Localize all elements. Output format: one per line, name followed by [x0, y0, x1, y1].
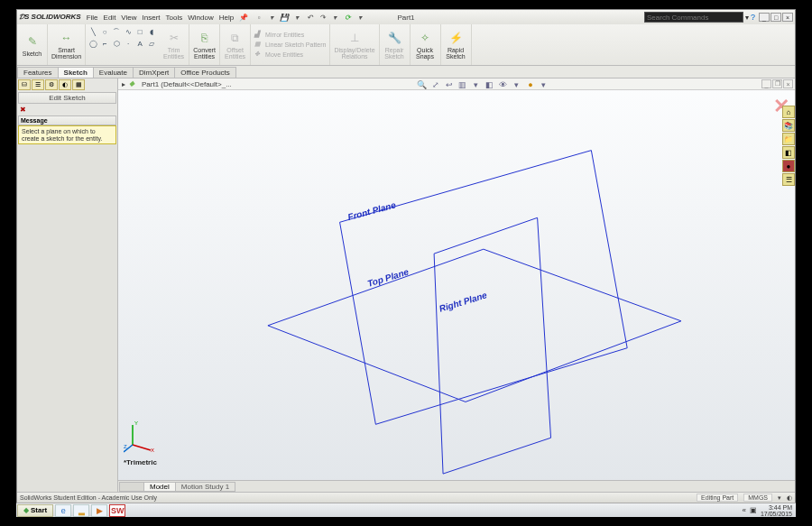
- tray-expand-icon[interactable]: «: [743, 506, 746, 514]
- sketch-button[interactable]: ✎ Sketch: [17, 24, 48, 65]
- command-tabs: Features Sketch Evaluate DimXpert Office…: [17, 66, 795, 78]
- mirror-button[interactable]: ▟Mirror Entities: [254, 31, 326, 40]
- taskbar-explorer-icon[interactable]: ▂: [73, 504, 89, 517]
- status-extra-icon[interactable]: ▾: [778, 494, 781, 502]
- menu-pin-icon[interactable]: 📌: [239, 14, 248, 22]
- minimize-button[interactable]: _: [759, 13, 770, 22]
- status-bar: SolidWorks Student Edition - Academic Us…: [17, 492, 795, 503]
- sketch-tools-grid: ╲ ○ ⌒ ∿ □ ◖ ◯ ⌐ ⬡ · A ▱: [86, 24, 159, 65]
- app-window: 𝓓S SOLIDWORKS File Edit View Insert Tool…: [16, 9, 796, 503]
- tray-icon[interactable]: ▣: [750, 506, 757, 514]
- start-button[interactable]: ◆ Start: [17, 504, 53, 517]
- line-tool-icon[interactable]: ╲: [88, 26, 98, 37]
- status-options-icon[interactable]: ◐: [787, 494, 792, 502]
- taskbar-solidworks-icon[interactable]: SW: [109, 504, 125, 517]
- system-tray: « ▣ 3:44 PM 17/05/2015: [743, 504, 797, 517]
- repair-icon: 🔧: [386, 30, 402, 46]
- quick-access-toolbar: ▫ ▾ 💾 ▾ ↶ ↷ ▾ ⟳ ▾: [254, 12, 365, 23]
- repair-label: Repair Sketch: [384, 47, 403, 60]
- panel-tab-tree-icon[interactable]: ⛁: [18, 79, 31, 90]
- tab-features[interactable]: Features: [17, 67, 59, 78]
- offset-icon: ⧉: [227, 30, 244, 46]
- menu-file[interactable]: File: [87, 14, 98, 22]
- main-area: ⛁ ☰ ⚙ ◐ ▦ Edit Sketch ✖ Message Select a…: [17, 78, 795, 492]
- smart-dim-label: Smart Dimension: [51, 47, 81, 60]
- feature-panel: ⛁ ☰ ⚙ ◐ ▦ Edit Sketch ✖ Message Select a…: [17, 78, 118, 492]
- status-text: SolidWorks Student Edition - Academic Us…: [20, 494, 157, 501]
- new-icon[interactable]: ▫: [254, 12, 264, 23]
- print-icon[interactable]: ▾: [291, 12, 302, 23]
- taskbar-ie-icon[interactable]: e: [55, 504, 71, 517]
- ribbon: ✎ Sketch ↔ Smart Dimension ╲ ○ ⌒ ∿ □ ◖ ◯…: [17, 24, 795, 66]
- offset-button[interactable]: ⧉ Offset Entities: [220, 24, 251, 65]
- convert-button[interactable]: ⎘ Convert Entities: [189, 24, 220, 65]
- arc-tool-icon[interactable]: ⌒: [111, 26, 122, 37]
- snaps-label: Quick Snaps: [416, 47, 434, 60]
- options-icon[interactable]: ▾: [355, 12, 365, 23]
- panel-tab-study-icon[interactable]: ▦: [72, 79, 85, 90]
- redo-icon[interactable]: ↷: [317, 12, 328, 23]
- tab-evaluate[interactable]: Evaluate: [93, 67, 134, 78]
- menu-edit[interactable]: Edit: [104, 14, 116, 22]
- ellipse-tool-icon[interactable]: ◯: [88, 38, 98, 49]
- panel-tabs: ⛁ ☰ ⚙ ◐ ▦: [17, 78, 117, 91]
- trim-label: Trim Entities: [163, 47, 184, 60]
- spline-tool-icon[interactable]: ∿: [123, 26, 134, 37]
- relations-button[interactable]: ⊥ Display/Delete Relations: [330, 24, 379, 65]
- panel-tab-display-icon[interactable]: ◐: [59, 79, 71, 90]
- offset-label: Offset Entities: [225, 47, 245, 60]
- quicksnaps-button[interactable]: ✧ Quick Snaps: [411, 24, 441, 65]
- orientation-triad[interactable]: Y X Z: [124, 418, 160, 454]
- menu-insert[interactable]: Insert: [143, 14, 161, 22]
- timeline-seg[interactable]: [119, 482, 144, 492]
- close-button[interactable]: ×: [782, 13, 793, 22]
- slot-tool-icon[interactable]: ◖: [146, 26, 157, 37]
- front-plane-outline[interactable]: [340, 151, 628, 425]
- panel-tab-prop-icon[interactable]: ☰: [32, 79, 44, 90]
- search-dropdown-icon[interactable]: ▾: [745, 14, 749, 22]
- smart-dimension-button[interactable]: ↔ Smart Dimension: [48, 24, 86, 65]
- svg-text:X: X: [151, 448, 154, 453]
- viewport[interactable]: ▸ ◆ Part1 (Default<<Default>_... 🔍 ⤢ ↩ ▥…: [118, 78, 795, 492]
- open-icon[interactable]: ▾: [266, 12, 277, 23]
- save-icon[interactable]: 💾: [279, 12, 290, 23]
- tab-model[interactable]: Model: [143, 482, 176, 492]
- repair-button[interactable]: 🔧 Repair Sketch: [380, 24, 411, 65]
- text-tool-icon[interactable]: A: [134, 38, 145, 49]
- top-plane-outline[interactable]: [268, 249, 681, 401]
- tab-dimxpert[interactable]: DimXpert: [133, 67, 175, 78]
- tray-clock[interactable]: 3:44 PM 17/05/2015: [761, 504, 792, 517]
- menu-window[interactable]: Window: [188, 14, 213, 22]
- menu-view[interactable]: View: [121, 14, 136, 22]
- fillet-tool-icon[interactable]: ⌐: [99, 38, 110, 49]
- snaps-icon: ✧: [417, 30, 433, 46]
- tab-office[interactable]: Office Products: [174, 67, 236, 78]
- linear-pattern-button[interactable]: ▦Linear Sketch Pattern: [254, 41, 326, 50]
- maximize-button[interactable]: □: [770, 13, 781, 22]
- panel-cancel-button[interactable]: ✖: [17, 105, 117, 115]
- point-tool-icon[interactable]: ·: [123, 38, 134, 49]
- tab-sketch[interactable]: Sketch: [58, 67, 94, 78]
- right-plane-outline[interactable]: [434, 217, 550, 474]
- help-icon[interactable]: ?: [751, 13, 755, 22]
- rapid-button[interactable]: ⚡ Rapid Sketch: [441, 24, 472, 65]
- tab-motion-study[interactable]: Motion Study 1: [175, 482, 235, 492]
- menu-help[interactable]: Help: [219, 14, 234, 22]
- rebuild-icon[interactable]: ⟳: [342, 12, 353, 23]
- panel-title: Edit Sketch: [18, 92, 116, 104]
- plane-tool-icon[interactable]: ▱: [146, 38, 157, 49]
- menu-tools[interactable]: Tools: [166, 14, 183, 22]
- select-icon[interactable]: ▾: [329, 12, 340, 23]
- taskbar-media-icon[interactable]: ▶: [91, 504, 107, 517]
- trim-button[interactable]: ✂ Trim Entities: [159, 24, 189, 65]
- status-units[interactable]: MMGS: [743, 494, 772, 502]
- move-button[interactable]: ✥Move Entities: [254, 51, 326, 60]
- app-logo: 𝓓S SOLIDWORKS: [19, 13, 81, 22]
- circle-tool-icon[interactable]: ○: [99, 26, 110, 37]
- panel-tab-config-icon[interactable]: ⚙: [45, 79, 58, 90]
- undo-icon[interactable]: ↶: [304, 12, 315, 23]
- polygon-tool-icon[interactable]: ⬡: [111, 38, 122, 49]
- titlebar: 𝓓S SOLIDWORKS File Edit View Insert Tool…: [17, 10, 795, 24]
- rect-tool-icon[interactable]: □: [134, 26, 145, 37]
- search-input[interactable]: [644, 12, 743, 23]
